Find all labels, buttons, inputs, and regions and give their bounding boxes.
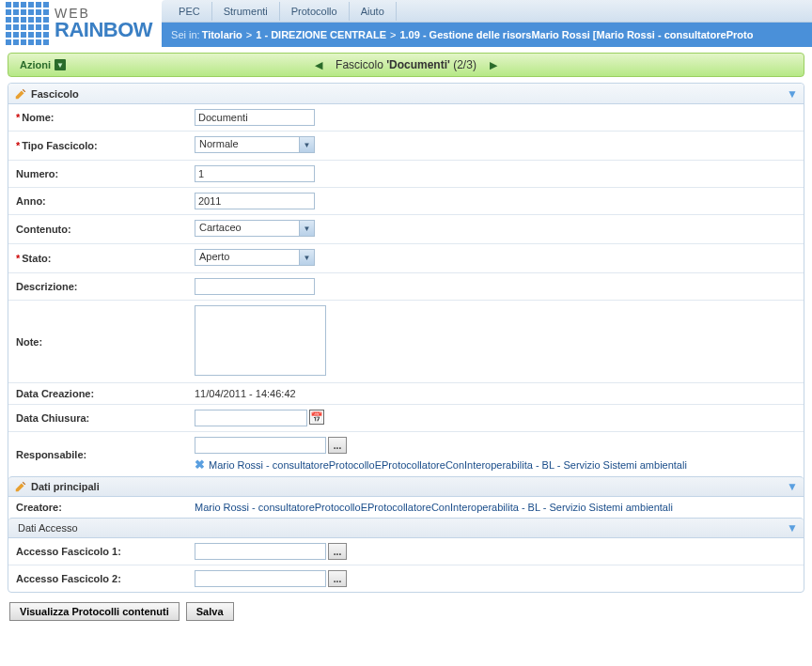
breadcrumb: Sei in: Titolario > 1 - DIREZIONE CENTRA… <box>162 23 812 47</box>
label-anno: Anno: <box>16 195 46 207</box>
remove-icon[interactable]: ✖ <box>195 457 205 472</box>
pager-prefix: Fascicolo <box>336 58 386 71</box>
chevron-down-icon: ▼ <box>299 137 314 152</box>
contenuto-select[interactable]: Cartaceo▼ <box>195 220 315 237</box>
responsabile-input[interactable] <box>195 437 326 454</box>
logo: WEB RAINBOW <box>0 0 162 47</box>
accesso1-input[interactable] <box>195 543 326 560</box>
menu-aiuto[interactable]: Aiuto <box>350 2 397 21</box>
section-dati-principali-header: Dati principali ▼ <box>8 476 804 497</box>
pencil-icon <box>14 87 27 101</box>
pager-prev[interactable]: ◀ <box>302 59 336 71</box>
collapse-icon[interactable]: ▼ <box>787 480 798 493</box>
pager-count: (2/3) <box>450 58 476 71</box>
numero-input[interactable] <box>195 165 315 182</box>
label-note: Note: <box>16 336 42 348</box>
breadcrumb-label: Sei in: <box>171 29 200 40</box>
pager-next[interactable]: ▶ <box>476 59 510 71</box>
label-descrizione: Descrizione: <box>16 281 77 292</box>
label-stato: Stato: <box>22 253 51 264</box>
visualizza-protocolli-button[interactable]: Visualizza Protocolli contenuti <box>9 602 180 621</box>
chevron-down-icon: ▼ <box>55 59 66 70</box>
pager: ◀ Fascicolo 'Documenti' (2/3) ▶ <box>302 58 510 71</box>
label-contenuto: Contenuto: <box>16 224 71 235</box>
logo-icon <box>6 2 49 45</box>
menu-pec[interactable]: PEC <box>167 2 212 21</box>
creatore-link[interactable]: Mario Rossi - consultatoreProtocolloEPro… <box>195 502 673 513</box>
azioni-label: Azioni <box>20 59 51 70</box>
breadcrumb-titolario[interactable]: Titolario <box>202 29 242 40</box>
salva-button[interactable]: Salva <box>186 602 234 621</box>
section-fascicolo-title: Fascicolo <box>31 88 79 100</box>
stato-select[interactable]: Aperto▼ <box>195 249 315 266</box>
label-numero: Numero: <box>16 168 58 179</box>
logo-text-rainbow: RAINBOW <box>55 20 152 40</box>
azioni-menu[interactable]: Azioni ▼ <box>8 59 66 70</box>
pager-name: 'Documenti' <box>386 58 450 71</box>
label-accesso2: Accesso Fascicolo 2: <box>16 573 121 584</box>
label-data-chiusura: Data Chiusura: <box>16 412 89 424</box>
breadcrumb-gestione[interactable]: 1.09 - Gestione delle risors <box>399 29 531 40</box>
menu-protocollo[interactable]: Protocollo <box>280 2 350 21</box>
section-dati-accesso-header: Dati Accesso ▼ <box>8 518 804 538</box>
label-accesso1: Accesso Fascicolo 1: <box>16 546 121 557</box>
chevron-down-icon: ▼ <box>299 221 314 236</box>
tipo-fascicolo-select[interactable]: Normale▼ <box>195 136 315 153</box>
menu-strumenti[interactable]: Strumenti <box>212 2 280 21</box>
accesso1-lookup-button[interactable]: ... <box>328 543 347 560</box>
label-data-creazione: Data Creazione: <box>16 388 94 399</box>
label-tipo: Tipo Fascicolo: <box>22 140 97 151</box>
collapse-icon[interactable]: ▼ <box>787 521 798 534</box>
section-dati-principali-title: Dati principali <box>31 481 100 492</box>
collapse-icon[interactable]: ▼ <box>787 87 798 101</box>
label-nome: Nome: <box>22 112 54 123</box>
nome-input[interactable] <box>195 109 315 126</box>
menubar: PEC Strumenti Protocollo Aiuto <box>162 0 812 23</box>
action-bar: Azioni ▼ ◀ Fascicolo 'Documenti' (2/3) ▶ <box>8 53 804 77</box>
breadcrumb-user[interactable]: Mario Rossi [Mario Rossi - consultatoreP… <box>531 29 753 40</box>
calendar-icon[interactable] <box>309 410 324 425</box>
data-creazione-value: 11/04/2011 - 14:46:42 <box>195 388 296 399</box>
pencil-icon <box>14 480 27 493</box>
accesso2-input[interactable] <box>195 570 326 587</box>
accesso2-lookup-button[interactable]: ... <box>328 570 347 587</box>
responsabile-link[interactable]: Mario Rossi - consultatoreProtocolloEPro… <box>209 459 687 471</box>
section-dati-accesso-title: Dati Accesso <box>14 522 78 534</box>
section-fascicolo-header: Fascicolo ▼ <box>8 84 804 104</box>
anno-input[interactable] <box>195 193 315 209</box>
note-textarea[interactable] <box>195 305 326 376</box>
descrizione-input[interactable] <box>195 278 315 295</box>
chevron-down-icon: ▼ <box>299 250 314 265</box>
breadcrumb-direzione[interactable]: 1 - DIREZIONE CENTRALE <box>256 29 386 40</box>
label-responsabile: Responsabile: <box>16 449 86 460</box>
label-creatore: Creatore: <box>16 502 62 513</box>
data-chiusura-input[interactable] <box>195 410 307 426</box>
responsabile-lookup-button[interactable]: ... <box>328 437 347 454</box>
